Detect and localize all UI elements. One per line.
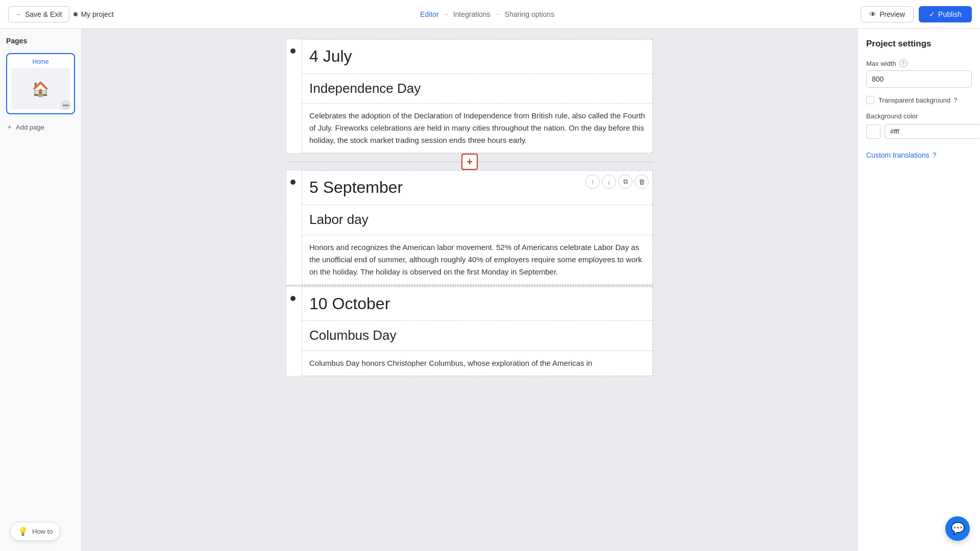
holiday-title-2: Labor day [309, 211, 645, 229]
holiday-desc-1: Celebrates the adoption of the Declarati… [309, 110, 645, 146]
holiday-title-1: Independence Day [309, 80, 645, 97]
nav-arrow-1: → [443, 11, 449, 18]
project-name: My project [74, 10, 114, 18]
block-bullet-2 [286, 170, 302, 187]
entry-section-2: ↑ ↓ ⧉ 🗑 5 September Labor day [286, 170, 653, 285]
page-card-home[interactable]: Home 🏠 ••• [6, 53, 75, 114]
panel-title: Project settings [866, 39, 972, 49]
block-bullet-1 [286, 39, 302, 56]
publish-label: Publish [938, 10, 962, 18]
add-page-label: Add page [16, 123, 44, 131]
desc-block-2: Honors and recognizes the American labor… [302, 235, 653, 285]
title-block-3: Columbus Day [302, 321, 653, 351]
color-hex-input[interactable] [885, 124, 980, 139]
entry-section-3: 10 October Columbus Day Columbus Day hon… [286, 286, 653, 377]
main-layout: Pages Home 🏠 ••• ＋ Add page [0, 0, 980, 551]
transparent-bg-label: Transparent background ? [878, 96, 957, 104]
bulb-icon: 💡 [18, 527, 28, 536]
block-content-3: 10 October Columbus Day Columbus Day hon… [302, 287, 653, 376]
max-width-input[interactable] [866, 70, 972, 88]
block-row-1: 4 July Independence Day Celebrates the a… [286, 39, 653, 153]
right-panel: Project settings Max width ? Transparent… [857, 29, 980, 551]
entry-section-1: 4 July Independence Day Celebrates the a… [286, 39, 653, 154]
checkmark-icon: ✓ [929, 10, 935, 18]
date-block-1: 4 July [302, 39, 653, 74]
how-to-label: How to [32, 528, 53, 535]
add-block-area: + [286, 154, 653, 170]
max-width-label: Max width ? [866, 59, 972, 67]
nav-step-sharing[interactable]: Sharing options [505, 10, 554, 18]
date-block-2: 5 September [302, 170, 653, 205]
home-icon: 🏠 [32, 81, 50, 97]
messenger-button[interactable]: 💬 [945, 516, 970, 541]
editor-area: 4 July Independence Day Celebrates the a… [82, 29, 857, 551]
date-text-2: 5 September [309, 177, 645, 198]
project-name-label: My project [81, 10, 114, 18]
transparent-bg-row: Transparent background ? [866, 96, 972, 104]
holiday-title-3: Columbus Day [309, 327, 645, 344]
bullet-dot-3 [290, 296, 296, 301]
nav-left: ← Save & Exit My project [8, 6, 114, 22]
color-swatch[interactable] [866, 124, 880, 139]
date-block-3: 10 October [302, 287, 653, 321]
desc-block-1: Celebrates the adoption of the Declarati… [302, 104, 653, 153]
save-exit-label: Save & Exit [25, 10, 62, 18]
title-block-2: Labor day [302, 205, 653, 235]
custom-translations-help-icon[interactable]: ? [933, 151, 937, 159]
save-exit-button[interactable]: ← Save & Exit [8, 6, 69, 22]
publish-button[interactable]: ✓ Publish [919, 6, 972, 22]
add-block-button[interactable]: + [461, 154, 478, 170]
bg-color-label: Background color [866, 112, 972, 120]
eye-icon: 👁 [869, 10, 876, 18]
date-text-3: 10 October [309, 293, 645, 315]
nav-step-editor[interactable]: Editor [420, 10, 439, 18]
max-width-group: Max width ? [866, 59, 972, 88]
bullet-dot-2 [290, 180, 296, 185]
custom-translations-link[interactable]: Custom translations ? [866, 151, 972, 159]
preview-button[interactable]: 👁 Preview [861, 6, 914, 22]
bullet-dot-1 [290, 48, 296, 54]
nav-arrow-2: → [495, 11, 501, 18]
desc-block-3: Columbus Day honors Christopher Columbus… [302, 351, 653, 376]
max-width-help-icon[interactable]: ? [899, 59, 908, 67]
block-content-2: 5 September Labor day Honors and recogni… [302, 170, 653, 284]
block-content-1: 4 July Independence Day Celebrates the a… [302, 39, 653, 153]
page-more-button[interactable]: ••• [61, 100, 71, 110]
color-row [866, 124, 972, 139]
block-row-2: 5 September Labor day Honors and recogni… [286, 170, 653, 284]
preview-label: Preview [879, 10, 905, 18]
nav-step-integrations[interactable]: Integrations [453, 10, 491, 18]
holiday-desc-2: Honors and recognizes the American labor… [309, 241, 645, 278]
transparent-bg-checkbox[interactable] [866, 96, 874, 104]
project-dot-icon [74, 12, 78, 16]
sidebar: Pages Home 🏠 ••• ＋ Add page [0, 29, 82, 551]
how-to-button[interactable]: 💡 How to [10, 522, 60, 541]
top-nav: ← Save & Exit My project Editor → Integr… [0, 0, 980, 29]
nav-right: 👁 Preview ✓ Publish [861, 6, 972, 22]
back-arrow-icon: ← [16, 11, 22, 18]
bg-color-group: Background color [866, 112, 972, 139]
block-row-3: 10 October Columbus Day Columbus Day hon… [286, 287, 653, 376]
holiday-desc-3: Columbus Day honors Christopher Columbus… [309, 357, 645, 369]
messenger-icon: 💬 [951, 522, 965, 535]
title-block-1: Independence Day [302, 74, 653, 104]
add-page-button[interactable]: ＋ Add page [6, 120, 75, 134]
date-text-1: 4 July [309, 46, 645, 67]
sidebar-title: Pages [6, 37, 75, 45]
block-bullet-3 [286, 287, 302, 303]
nav-center: Editor → Integrations → Sharing options [420, 10, 554, 18]
page-card-home-label: Home [11, 58, 70, 65]
custom-translations-row: Custom translations ? [866, 151, 972, 159]
content-wrapper: 4 July Independence Day Celebrates the a… [286, 39, 653, 377]
plus-icon: ＋ [6, 122, 13, 132]
transparent-bg-help-icon[interactable]: ? [953, 96, 957, 104]
